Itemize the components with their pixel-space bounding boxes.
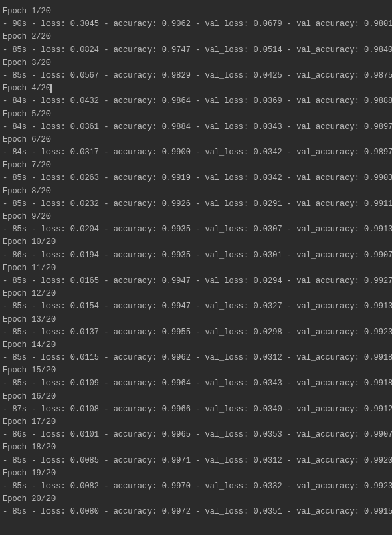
epoch-header: Epoch 2/20 <box>3 31 389 43</box>
epoch-metrics: - 86s - loss: 0.0194 - accuracy: 0.9935 … <box>3 249 389 262</box>
epoch-block: Epoch 20/20 - 85s - loss: 0.0080 - accur… <box>3 493 389 518</box>
epoch-block: Epoch 13/20 - 85s - loss: 0.0137 - accur… <box>3 314 389 339</box>
epoch-metrics: - 85s - loss: 0.0115 - accuracy: 0.9962 … <box>3 352 389 364</box>
epoch-block: Epoch 2/20 - 85s - loss: 0.0824 - accura… <box>3 31 389 56</box>
epoch-metrics: - 85s - loss: 0.0082 - accuracy: 0.9970 … <box>3 480 389 493</box>
epoch-block: Epoch 9/20 - 85s - loss: 0.0204 - accura… <box>3 211 389 236</box>
epoch-header: Epoch 5/20 <box>3 108 389 121</box>
epoch-header: Epoch 19/20 <box>3 467 389 480</box>
epoch-block: Epoch 7/20 - 85s - loss: 0.0263 - accura… <box>3 159 389 185</box>
epoch-header: Epoch 11/20 <box>3 262 389 275</box>
epoch-header: Epoch 7/20 <box>3 159 389 172</box>
epoch-header: Epoch 12/20 <box>3 288 389 300</box>
epoch-metrics: - 85s - loss: 0.0165 - accuracy: 0.9947 … <box>3 275 389 288</box>
epoch-metrics: - 85s - loss: 0.0204 - accuracy: 0.9935 … <box>3 223 389 236</box>
epoch-metrics: - 85s - loss: 0.0137 - accuracy: 0.9955 … <box>3 326 389 339</box>
epoch-metrics: - 85s - loss: 0.0232 - accuracy: 0.9926 … <box>3 198 389 211</box>
epoch-header: Epoch 16/20 <box>3 391 389 403</box>
epoch-header: Epoch 9/20 <box>3 211 389 223</box>
epoch-header: Epoch 8/20 <box>3 185 389 198</box>
epoch-block: Epoch 18/20 - 85s - loss: 0.0085 - accur… <box>3 441 389 467</box>
epoch-header: Epoch 6/20 <box>3 134 389 146</box>
epoch-metrics: - 84s - loss: 0.0317 - accuracy: 0.9900 … <box>3 146 389 159</box>
epoch-block: Epoch 3/20 - 85s - loss: 0.0567 - accura… <box>3 57 389 82</box>
epoch-metrics: - 85s - loss: 0.0154 - accuracy: 0.9947 … <box>3 300 389 313</box>
epoch-metrics: - 85s - loss: 0.0109 - accuracy: 0.9964 … <box>3 377 389 390</box>
epoch-header: Epoch 3/20 <box>3 57 389 70</box>
epoch-block: Epoch 15/20 - 85s - loss: 0.0109 - accur… <box>3 364 389 390</box>
epoch-metrics: - 85s - loss: 0.0824 - accuracy: 0.9747 … <box>3 44 389 57</box>
epoch-header: Epoch 20/20 <box>3 493 389 506</box>
epoch-header: Epoch 13/20 <box>3 314 389 326</box>
epoch-metrics: - 84s - loss: 0.0361 - accuracy: 0.9884 … <box>3 121 389 134</box>
epoch-metrics: - 85s - loss: 0.0080 - accuracy: 0.9972 … <box>3 506 389 518</box>
epoch-block: Epoch 5/20 - 84s - loss: 0.0361 - accura… <box>3 108 389 134</box>
epoch-metrics: - 87s - loss: 0.0108 - accuracy: 0.9966 … <box>3 403 389 416</box>
epoch-metrics: - 85s - loss: 0.0263 - accuracy: 0.9919 … <box>3 172 389 185</box>
epoch-block: Epoch 12/20 - 85s - loss: 0.0154 - accur… <box>3 288 389 313</box>
epoch-header: Epoch 14/20 <box>3 339 389 352</box>
epoch-metrics: - 85s - loss: 0.0567 - accuracy: 0.9829 … <box>3 70 389 82</box>
epoch-block: Epoch 10/20 - 86s - loss: 0.0194 - accur… <box>3 236 389 261</box>
epoch-header: Epoch 1/20 <box>3 5 389 18</box>
epoch-metrics: - 90s - loss: 0.3045 - accuracy: 0.9062 … <box>3 18 389 31</box>
epoch-block: Epoch 4/20 - 84s - loss: 0.0432 - accura… <box>3 82 389 108</box>
epoch-block: Epoch 8/20 - 85s - loss: 0.0232 - accura… <box>3 185 389 211</box>
epoch-header: Epoch 17/20 <box>3 416 389 429</box>
epoch-block: Epoch 1/20 - 90s - loss: 0.3045 - accura… <box>3 5 389 31</box>
text-cursor <box>50 84 52 93</box>
epoch-metrics: - 84s - loss: 0.0432 - accuracy: 0.9864 … <box>3 95 389 108</box>
training-log-output: Epoch 1/20 - 90s - loss: 0.3045 - accura… <box>3 5 389 519</box>
epoch-header: Epoch 10/20 <box>3 236 389 249</box>
epoch-block: Epoch 6/20 - 84s - loss: 0.0317 - accura… <box>3 134 389 159</box>
epoch-block: Epoch 16/20 - 87s - loss: 0.0108 - accur… <box>3 391 389 416</box>
epoch-header: Epoch 4/20 <box>3 82 389 95</box>
epoch-metrics: - 86s - loss: 0.0101 - accuracy: 0.9965 … <box>3 429 389 441</box>
epoch-metrics: - 85s - loss: 0.0085 - accuracy: 0.9971 … <box>3 455 389 467</box>
epoch-header: Epoch 15/20 <box>3 364 389 377</box>
epoch-block: Epoch 11/20 - 85s - loss: 0.0165 - accur… <box>3 262 389 288</box>
epoch-block: Epoch 19/20 - 85s - loss: 0.0082 - accur… <box>3 467 389 493</box>
epoch-block: Epoch 14/20 - 85s - loss: 0.0115 - accur… <box>3 339 389 364</box>
epoch-block: Epoch 17/20 - 86s - loss: 0.0101 - accur… <box>3 416 389 441</box>
epoch-header: Epoch 18/20 <box>3 441 389 454</box>
